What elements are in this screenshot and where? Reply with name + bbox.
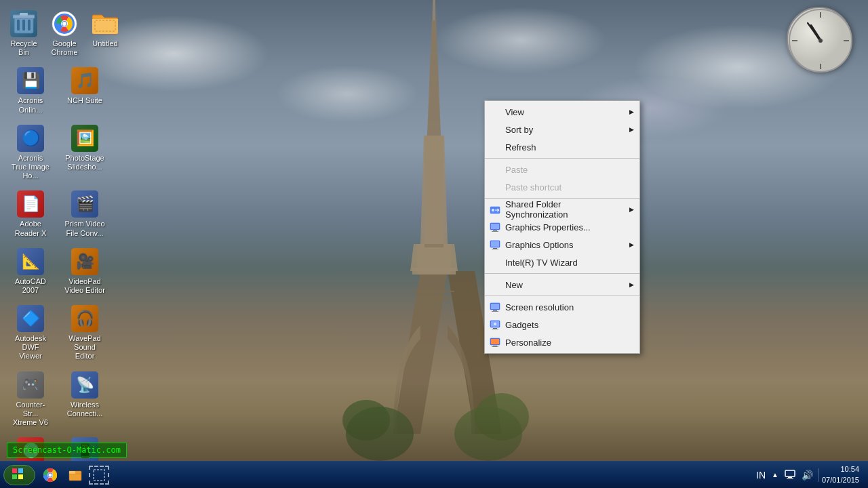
menu-item-paste[interactable]: Paste <box>485 161 639 178</box>
menu-item-intel-tv[interactable]: Intel(R) TV Wizard <box>485 253 639 271</box>
autodesk-icon: 🔷 <box>17 305 44 332</box>
taskbar-explorer-icon[interactable] <box>64 464 87 487</box>
menu-item-graphics-options[interactable]: Graphics Options <box>485 236 639 253</box>
menu-graphics-options-label: Graphics Options <box>505 240 573 250</box>
menu-item-personalize[interactable]: Personalize <box>485 333 639 351</box>
menu-screen-resolution-label: Screen resolution <box>505 302 574 312</box>
menu-gadgets-label: Gadgets <box>505 320 538 330</box>
svg-rect-70 <box>94 470 104 481</box>
graphics-properties-icon <box>489 221 501 233</box>
menu-item-screen-resolution[interactable]: Screen resolution <box>485 298 639 316</box>
icon-adobe-reader[interactable]: 📄 Adobe Reader X <box>7 187 54 241</box>
adobe-reader-icon: 📄 <box>17 190 44 218</box>
taskbar-items <box>39 464 749 487</box>
wavepad-icon: 🎧 <box>71 305 98 332</box>
clock-date: 07/01/2015 <box>822 475 859 485</box>
menu-item-sort-by[interactable]: Sort by <box>485 121 639 138</box>
icon-autocad[interactable]: 📐 AutoCAD 2007 <box>7 245 54 298</box>
icon-google-chrome[interactable]: Google Chrome <box>47 7 81 60</box>
untitled-folder-icon <box>92 10 119 37</box>
windows-logo-icon <box>12 468 23 482</box>
icon-row-6: 🔷 Autodesk DWF Viewer 🎧 WavePad Sound Ed… <box>7 302 115 365</box>
menu-separator-2 <box>485 198 639 199</box>
svg-rect-62 <box>12 474 17 479</box>
clock-widget <box>787 7 854 75</box>
svg-rect-60 <box>12 468 17 473</box>
svg-rect-59 <box>491 339 499 344</box>
watermark-bar: Screencast-O-Matic.com <box>7 443 127 458</box>
menu-item-shared-folder[interactable]: Shared Folder Synchronization <box>485 201 639 218</box>
menu-item-paste-shortcut[interactable]: Paste shortcut <box>485 178 639 196</box>
icon-autocad-label: AutoCAD 2007 <box>10 277 51 295</box>
menu-paste-label: Paste <box>505 165 528 175</box>
icon-acronis-true[interactable]: 🔵 Acronis True Image Ho... <box>7 121 54 184</box>
wireless-icon: 📡 <box>71 371 98 399</box>
prism-video-icon: 🎬 <box>71 190 98 218</box>
menu-view-label: View <box>505 107 524 117</box>
icon-counter-strike-label: Counter-Str... Xtreme V6 <box>10 401 51 428</box>
svg-point-38 <box>492 209 494 211</box>
svg-rect-53 <box>492 329 498 329</box>
icon-untitled[interactable]: Untitled <box>88 7 122 60</box>
counter-strike-icon: 🎮 <box>17 371 44 399</box>
icon-acronis-true-label: Acronis True Image Ho... <box>10 154 51 181</box>
menu-personalize-label: Personalize <box>505 338 551 348</box>
menu-item-gadgets[interactable]: Gadgets <box>485 316 639 333</box>
svg-point-27 <box>62 22 66 26</box>
icon-row-5: 📐 AutoCAD 2007 🎥 VideoPad Video Editor <box>7 245 115 298</box>
menu-item-new[interactable]: New <box>485 276 639 293</box>
svg-rect-69 <box>69 471 75 474</box>
icon-photostage-label: PhotoStage Slidesho... <box>64 154 105 171</box>
menu-item-view[interactable]: View <box>485 103 639 121</box>
icon-counter-strike[interactable]: 🎮 Counter-Str... Xtreme V6 <box>7 368 54 431</box>
svg-rect-63 <box>18 474 23 479</box>
start-button[interactable] <box>3 465 35 485</box>
tray-network-icon <box>783 468 797 482</box>
icon-autodesk[interactable]: 🔷 Autodesk DWF Viewer <box>7 302 54 365</box>
svg-rect-16 <box>17 20 20 30</box>
desktop-icons-container: Recycle Bin <box>7 7 115 488</box>
google-chrome-icon <box>51 10 78 37</box>
gadgets-icon <box>489 319 501 331</box>
icon-prism-video[interactable]: 🎬 Prism Video File Conv... <box>61 187 108 241</box>
icon-wavepad-label: WavePad Sound Editor <box>64 334 105 361</box>
svg-point-67 <box>49 473 52 476</box>
icon-videopad[interactable]: 🎥 VideoPad Video Editor <box>61 245 108 298</box>
svg-rect-42 <box>491 224 499 229</box>
icon-videopad-label: VideoPad Video Editor <box>64 277 105 295</box>
tray-volume-icon[interactable]: 🔊 <box>800 468 814 482</box>
menu-new-label: New <box>505 280 523 290</box>
svg-rect-18 <box>28 20 31 30</box>
icon-row-1: Recycle Bin <box>7 7 115 60</box>
svg-rect-58 <box>492 346 498 347</box>
icon-wireless-label: Wireless Connecti... <box>64 401 105 418</box>
tray-keyboard-icon: IN <box>755 468 767 482</box>
taskbar: IN ▲ 🔊 10:54 07/01/2015 <box>0 461 868 488</box>
menu-intel-tv-label: Intel(R) TV Wizard <box>505 258 578 268</box>
menu-refresh-label: Refresh <box>505 142 536 152</box>
graphics-options-icon <box>489 239 501 251</box>
icon-nch-suite[interactable]: 🎵 NCH Suite <box>61 64 108 117</box>
svg-rect-73 <box>787 478 793 479</box>
menu-item-refresh[interactable]: Refresh <box>485 138 639 156</box>
shared-folder-icon <box>489 203 501 216</box>
menu-item-graphics-properties[interactable]: Graphics Properties... <box>485 218 639 236</box>
context-menu: View Sort by Refresh Paste Paste shortcu… <box>484 100 640 354</box>
icon-recycle-bin[interactable]: Recycle Bin <box>7 7 41 60</box>
icon-wavepad[interactable]: 🎧 WavePad Sound Editor <box>61 302 108 365</box>
svg-point-55 <box>494 323 496 325</box>
taskbar-clock[interactable]: 10:54 07/01/2015 <box>822 464 859 485</box>
clock-time: 10:54 <box>822 464 859 474</box>
nch-suite-icon: 🎵 <box>71 67 98 94</box>
svg-rect-46 <box>491 241 499 247</box>
icon-photostage[interactable]: 🖼️ PhotoStage Slidesho... <box>61 121 108 184</box>
photostage-icon: 🖼️ <box>71 125 98 152</box>
icon-wireless[interactable]: 📡 Wireless Connecti... <box>61 368 108 431</box>
tray-separator <box>818 468 818 482</box>
icon-acronis-online[interactable]: 💾 Acronis Onlin... <box>7 64 54 117</box>
menu-separator-3 <box>485 273 639 274</box>
tray-up-arrow-icon[interactable]: ▲ <box>770 470 780 480</box>
desktop: Recycle Bin <box>0 0 868 488</box>
svg-rect-49 <box>492 311 498 312</box>
taskbar-chrome-icon[interactable] <box>39 464 62 487</box>
